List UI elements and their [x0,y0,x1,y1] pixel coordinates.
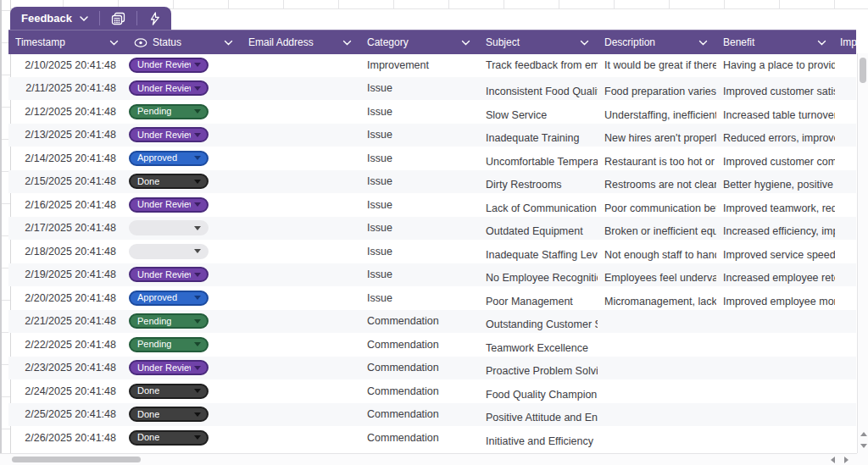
status-chip[interactable] [129,244,209,259]
cell-category[interactable]: Commendation [360,379,479,403]
cell-description[interactable]: Not enough staff to hand [598,240,716,263]
cell-subject[interactable]: Proactive Problem Solvi [479,357,598,380]
status-chip[interactable] [129,220,209,235]
status-chip[interactable]: Under Review [129,80,209,96]
cell-benefit[interactable]: Improved employee mor [716,286,835,310]
status-chip[interactable]: Under Review [129,127,209,142]
cell-status[interactable]: Under Review [127,77,242,101]
status-chip[interactable]: Under Review [129,360,209,375]
cell-timestamp[interactable]: 2/13/2025 20:41:48 [8,124,127,147]
cell-timestamp[interactable]: 2/10/2025 20:41:48 [8,53,127,77]
cell-subject[interactable]: Track feedback from em [479,53,598,77]
chevron-down-icon[interactable] [817,40,826,46]
cell-timestamp[interactable]: 2/20/2025 20:41:48 [8,286,127,310]
cell-email[interactable] [242,217,360,241]
status-chip[interactable]: Done [129,407,209,422]
cell-email[interactable] [242,124,360,147]
cell-benefit[interactable]: Improved customer satis [716,77,835,101]
cell-impact[interactable] [835,217,856,241]
cell-status[interactable]: Under Review [127,193,242,217]
cell-category[interactable]: Issue [360,100,479,124]
cell-email[interactable] [242,403,360,427]
chevron-down-icon[interactable] [461,40,470,46]
cell-impact[interactable] [835,357,856,380]
cell-email[interactable] [242,170,360,194]
cell-status[interactable]: Pending [127,333,242,357]
cell-description[interactable]: Restrooms are not clear [598,170,716,194]
cell-email[interactable] [242,240,360,263]
chevron-down-icon[interactable] [80,16,88,21]
cell-subject[interactable]: Teamwork Excellence [479,333,598,357]
column-header-status[interactable]: Status [127,30,242,54]
status-chip[interactable]: Pending [129,104,209,119]
cell-impact[interactable] [835,426,856,450]
cell-status[interactable]: Under Review [127,124,242,147]
cell-impact[interactable] [835,100,856,124]
table-view-tab[interactable] [100,7,136,30]
cell-description[interactable]: Poor communication bet [598,193,716,217]
cell-timestamp[interactable]: 2/16/2025 20:41:48 [8,193,127,217]
cell-subject[interactable]: Positive Attitude and En [479,403,598,427]
scroll-right-button[interactable] [840,454,852,465]
cell-benefit[interactable] [716,426,835,450]
cell-status[interactable] [127,217,242,241]
status-chip[interactable]: Under Review [129,267,209,282]
cell-benefit[interactable]: Having a place to provid [716,53,835,77]
cell-subject[interactable]: Lack of Communication [479,193,598,217]
cell-impact[interactable] [835,77,856,101]
cell-category[interactable]: Issue [360,263,479,287]
cell-timestamp[interactable]: 2/21/2025 20:41:48 [8,310,127,334]
cell-category[interactable]: Issue [360,77,479,101]
cell-description[interactable]: Employees feel underva [598,263,716,287]
cell-description[interactable]: Food preparation varies [598,77,716,101]
automation-tab[interactable] [137,7,171,30]
cell-timestamp[interactable]: 2/25/2025 20:41:48 [8,403,127,427]
cell-timestamp[interactable]: 2/24/2025 20:41:48 [8,379,127,403]
cell-benefit[interactable]: Improved service speed [716,240,835,263]
cell-impact[interactable] [835,286,856,310]
chevron-down-icon[interactable] [698,40,708,46]
cell-impact[interactable] [835,403,856,427]
cell-description[interactable] [598,403,716,427]
cell-benefit[interactable]: Increased employee rete [716,263,835,287]
cell-status[interactable]: Approved [127,286,242,310]
cell-subject[interactable]: Outdated Equipment [479,217,598,241]
status-chip[interactable]: Under Review [129,58,209,73]
cell-timestamp[interactable]: 2/12/2025 20:41:48 [8,100,127,124]
cell-email[interactable] [242,286,360,310]
cell-status[interactable]: Pending [127,100,242,124]
cell-benefit[interactable] [716,333,835,357]
vertical-scrollbar-thumb[interactable] [860,58,866,83]
column-header-email[interactable]: Email Address [242,30,360,54]
cell-description[interactable]: Understaffing, inefficient [598,100,716,124]
column-header-category[interactable]: Category [360,30,479,54]
cell-timestamp[interactable]: 2/23/2025 20:41:48 [8,357,127,380]
vertical-scrollbar[interactable] [857,53,868,453]
status-chip[interactable]: Done [129,384,209,399]
cell-timestamp[interactable]: 2/15/2025 20:41:48 [8,170,127,194]
status-chip[interactable]: Under Review [129,197,209,213]
cell-subject[interactable]: Poor Management [479,286,598,310]
cell-email[interactable] [242,333,360,357]
cell-benefit[interactable]: Better hygiene, positive [716,170,835,194]
status-chip[interactable]: Approved [129,291,209,306]
cell-email[interactable] [242,357,360,380]
chevron-down-icon[interactable] [224,40,233,46]
cell-category[interactable]: Commendation [360,357,479,380]
cell-email[interactable] [242,310,360,334]
cell-subject[interactable]: Dirty Restrooms [479,170,598,194]
cell-email[interactable] [242,100,360,124]
cell-description[interactable] [598,310,716,334]
cell-impact[interactable] [835,263,856,287]
cell-email[interactable] [242,77,360,101]
cell-subject[interactable]: Slow Service [479,100,598,124]
cell-impact[interactable] [835,379,856,403]
cell-timestamp[interactable]: 2/22/2025 20:41:48 [8,333,127,357]
scroll-down-button[interactable] [858,440,868,451]
cell-description[interactable]: New hires aren't properl [598,124,716,147]
cell-category[interactable]: Commendation [360,310,479,334]
cell-benefit[interactable]: Increased efficiency, imp [716,217,835,241]
cell-category[interactable]: Issue [360,147,479,170]
cell-timestamp[interactable]: 2/19/2025 20:41:48 [8,263,127,287]
cell-status[interactable]: Under Review [127,53,242,77]
